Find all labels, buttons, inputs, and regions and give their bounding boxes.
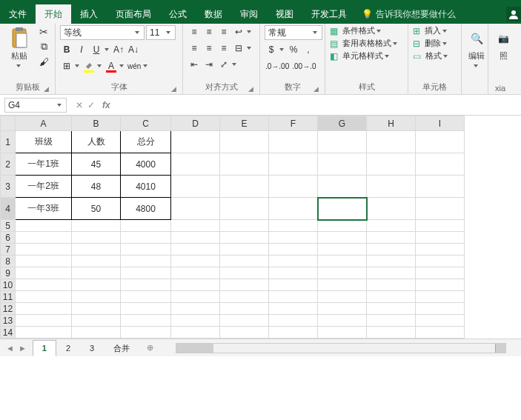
cell-H3[interactable] xyxy=(367,176,416,198)
dropdown-icon[interactable] xyxy=(104,47,110,53)
underline-button[interactable]: U xyxy=(90,43,103,56)
delete-cells-button[interactable]: 删除 xyxy=(413,38,448,49)
percent-format-button[interactable]: % xyxy=(287,43,300,56)
cell-E13[interactable] xyxy=(220,315,269,327)
cell-A11[interactable] xyxy=(16,291,72,303)
cell-F6[interactable] xyxy=(269,232,318,244)
cell-D2[interactable] xyxy=(171,153,220,176)
font-size-combo[interactable]: 11 xyxy=(146,25,176,40)
cell-E1[interactable] xyxy=(220,131,269,153)
sheet-nav-next-icon[interactable]: ► xyxy=(19,344,27,353)
cut-button[interactable] xyxy=(37,25,50,39)
phonetic-button[interactable]: wén xyxy=(127,59,142,73)
cell-B12[interactable] xyxy=(72,303,121,315)
cell-I5[interactable] xyxy=(416,220,465,232)
dropdown-icon[interactable] xyxy=(279,47,285,53)
cell-I12[interactable] xyxy=(416,303,465,315)
cell-H8[interactable] xyxy=(367,256,416,267)
cell-I9[interactable] xyxy=(416,267,465,279)
col-header-C[interactable]: C xyxy=(121,116,171,131)
formula-input[interactable] xyxy=(116,98,521,113)
dropdown-icon[interactable] xyxy=(75,63,81,69)
cell-B3[interactable]: 48 xyxy=(72,176,121,198)
sheet-tab-merge[interactable]: 合并 xyxy=(104,340,139,356)
align-top-button[interactable]: ≡ xyxy=(188,25,201,39)
cell-G5[interactable] xyxy=(318,220,367,232)
row-header-7[interactable]: 7 xyxy=(1,244,16,256)
cell-H2[interactable] xyxy=(367,153,416,176)
dialog-launcher-icon[interactable]: ◢ xyxy=(248,85,253,93)
cell-H12[interactable] xyxy=(367,303,416,315)
merge-cells-button[interactable]: ⊟ xyxy=(232,41,245,55)
cell-D3[interactable] xyxy=(171,176,220,198)
cell-G14[interactable] xyxy=(318,327,367,339)
sheet-nav-prev-icon[interactable]: ◄ xyxy=(6,344,14,353)
increase-decimal-button[interactable]: .0→.00 xyxy=(265,59,290,73)
col-header-B[interactable]: B xyxy=(72,116,121,131)
increase-font-button[interactable]: A↑ xyxy=(112,43,125,56)
cell-F8[interactable] xyxy=(269,256,318,267)
cell-B2[interactable]: 45 xyxy=(72,153,121,176)
cell-I3[interactable] xyxy=(416,176,465,198)
tab-view[interactable]: 视图 xyxy=(267,4,302,24)
orientation-button[interactable]: ⤢ xyxy=(217,58,230,71)
cell-D4[interactable] xyxy=(171,198,220,220)
cell-H7[interactable] xyxy=(367,244,416,256)
cell-D9[interactable] xyxy=(171,267,220,279)
cell-G6[interactable] xyxy=(318,232,367,244)
conditional-format-button[interactable]: 条件格式 xyxy=(330,25,382,36)
editing-button[interactable]: 编辑 xyxy=(466,25,487,72)
cell-I14[interactable] xyxy=(416,327,465,339)
cell-A4[interactable]: 一年3班 xyxy=(16,198,72,220)
fx-icon[interactable]: fx xyxy=(102,100,110,110)
cell-D6[interactable] xyxy=(171,232,220,244)
cell-D12[interactable] xyxy=(171,303,220,315)
cell-H4[interactable] xyxy=(367,198,416,220)
cell-D14[interactable] xyxy=(171,327,220,339)
cell-D5[interactable] xyxy=(171,220,220,232)
comma-format-button[interactable]: , xyxy=(302,43,315,56)
cell-E4[interactable] xyxy=(220,198,269,220)
row-header-2[interactable]: 2 xyxy=(1,153,16,176)
cell-A8[interactable] xyxy=(16,256,72,267)
cell-C1[interactable]: 总分 xyxy=(121,131,171,153)
row-header-11[interactable]: 11 xyxy=(1,291,16,303)
cell-B14[interactable] xyxy=(72,327,121,339)
cell-G11[interactable] xyxy=(318,291,367,303)
dialog-launcher-icon[interactable]: ◢ xyxy=(171,85,176,93)
cell-E2[interactable] xyxy=(220,153,269,176)
cell-E9[interactable] xyxy=(220,267,269,279)
cell-C4[interactable]: 4800 xyxy=(121,198,171,220)
cell-F4[interactable] xyxy=(269,198,318,220)
align-bottom-button[interactable]: ≡ xyxy=(217,25,230,39)
cell-I7[interactable] xyxy=(416,244,465,256)
cell-D1[interactable] xyxy=(171,131,220,153)
accounting-format-button[interactable]: $ xyxy=(265,43,278,56)
cell-I1[interactable] xyxy=(416,131,465,153)
cell-C11[interactable] xyxy=(121,291,171,303)
cell-G2[interactable] xyxy=(318,153,367,176)
cell-B9[interactable] xyxy=(72,267,121,279)
cell-H9[interactable] xyxy=(367,267,416,279)
cell-A2[interactable]: 一年1班 xyxy=(16,153,72,176)
decrease-indent-button[interactable]: ⇤ xyxy=(188,58,201,71)
cell-C5[interactable] xyxy=(121,220,171,232)
cell-F3[interactable] xyxy=(269,176,318,198)
cell-H14[interactable] xyxy=(367,327,416,339)
extra-button[interactable]: 📷 照 xyxy=(493,25,514,64)
cell-D8[interactable] xyxy=(171,256,220,267)
cell-G10[interactable] xyxy=(318,279,367,291)
cell-D7[interactable] xyxy=(171,244,220,256)
cell-G13[interactable] xyxy=(318,315,367,327)
dropdown-icon[interactable] xyxy=(247,29,253,35)
cell-B13[interactable] xyxy=(72,315,121,327)
cell-A10[interactable] xyxy=(16,279,72,291)
tab-page-layout[interactable]: 页面布局 xyxy=(107,4,160,24)
cell-E14[interactable] xyxy=(220,327,269,339)
cell-B8[interactable] xyxy=(72,256,121,267)
sheet-tab-1[interactable]: 1 xyxy=(33,340,56,356)
cell-A7[interactable] xyxy=(16,244,72,256)
new-sheet-button[interactable]: ⊕ xyxy=(139,343,161,353)
format-painter-button[interactable] xyxy=(37,55,50,68)
row-header-1[interactable]: 1 xyxy=(1,131,16,153)
